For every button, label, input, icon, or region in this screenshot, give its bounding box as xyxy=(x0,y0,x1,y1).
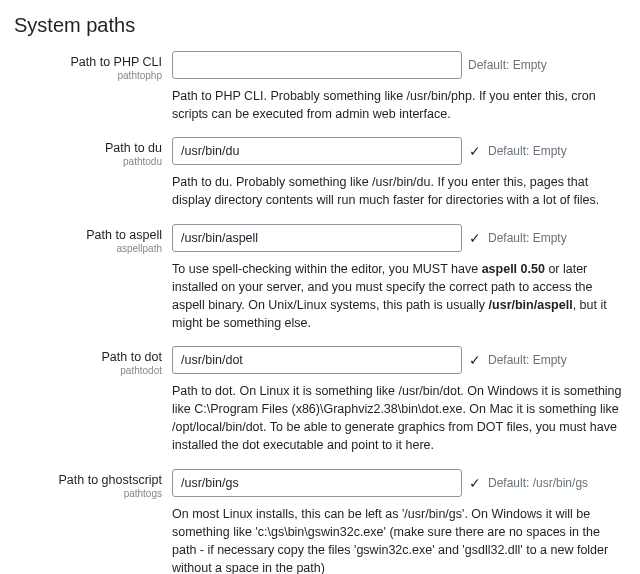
row-pathtophp: Path to PHP CLI pathtophp Default: Empty xyxy=(14,51,626,81)
label-col: Path to du pathtodu xyxy=(14,137,172,167)
row-pathtodu: Path to du pathtodu ✓ Default: Empty xyxy=(14,137,626,167)
desc-row: Path to dot. On Linux it is something li… xyxy=(14,382,626,455)
label-aspellpath: Path to aspell xyxy=(14,228,162,242)
field-col: ✓ Default: Empty xyxy=(172,346,626,374)
input-pathtodot[interactable] xyxy=(172,346,462,374)
field-line: ✓ Default: /usr/bin/gs xyxy=(172,469,626,497)
desc-pathtodot: Path to dot. On Linux it is something li… xyxy=(172,382,626,455)
field-line: ✓ Default: Empty xyxy=(172,346,626,374)
default-pathtogs: Default: /usr/bin/gs xyxy=(488,476,588,490)
key-pathtogs: pathtogs xyxy=(14,488,162,499)
key-pathtodot: pathtodot xyxy=(14,365,162,376)
desc-pathtogs: On most Linux installs, this can be left… xyxy=(172,505,626,575)
label-col: Path to PHP CLI pathtophp xyxy=(14,51,172,81)
field-col: ✓ Default: Empty xyxy=(172,137,626,165)
desc-row: Path to du. Probably something like /usr… xyxy=(14,173,626,209)
row-pathtodot: Path to dot pathtodot ✓ Default: Empty xyxy=(14,346,626,376)
label-col: Path to aspell aspellpath xyxy=(14,224,172,254)
field-line: ✓ Default: Empty xyxy=(172,224,626,252)
key-pathtodu: pathtodu xyxy=(14,156,162,167)
desc-row: To use spell-checking within the editor,… xyxy=(14,260,626,333)
input-pathtogs[interactable] xyxy=(172,469,462,497)
input-pathtodu[interactable] xyxy=(172,137,462,165)
label-col: Path to dot pathtodot xyxy=(14,346,172,376)
label-pathtodu: Path to du xyxy=(14,141,162,155)
input-pathtophp[interactable] xyxy=(172,51,462,79)
section-title: System paths xyxy=(14,14,626,37)
desc-row: On most Linux installs, this can be left… xyxy=(14,505,626,575)
system-paths-panel: System paths Path to PHP CLI pathtophp D… xyxy=(0,0,640,574)
check-icon: ✓ xyxy=(468,230,482,246)
key-aspellpath: aspellpath xyxy=(14,243,162,254)
default-pathtodu: Default: Empty xyxy=(488,144,567,158)
field-col: ✓ Default: /usr/bin/gs xyxy=(172,469,626,497)
label-pathtophp: Path to PHP CLI xyxy=(14,55,162,69)
input-aspellpath[interactable] xyxy=(172,224,462,252)
default-aspellpath: Default: Empty xyxy=(488,231,567,245)
default-pathtophp: Default: Empty xyxy=(468,58,547,72)
field-col: ✓ Default: Empty xyxy=(172,224,626,252)
desc-pathtodu: Path to du. Probably something like /usr… xyxy=(172,173,626,209)
row-aspellpath: Path to aspell aspellpath ✓ Default: Emp… xyxy=(14,224,626,254)
check-icon: ✓ xyxy=(468,352,482,368)
field-line: Default: Empty xyxy=(172,51,626,79)
desc-pathtophp: Path to PHP CLI. Probably something like… xyxy=(172,87,626,123)
key-pathtophp: pathtophp xyxy=(14,70,162,81)
check-icon: ✓ xyxy=(468,475,482,491)
row-pathtogs: Path to ghostscript pathtogs ✓ Default: … xyxy=(14,469,626,499)
desc-aspellpath: To use spell-checking within the editor,… xyxy=(172,260,626,333)
label-pathtodot: Path to dot xyxy=(14,350,162,364)
field-line: ✓ Default: Empty xyxy=(172,137,626,165)
check-icon: ✓ xyxy=(468,143,482,159)
field-col: Default: Empty xyxy=(172,51,626,79)
label-col: Path to ghostscript pathtogs xyxy=(14,469,172,499)
label-pathtogs: Path to ghostscript xyxy=(14,473,162,487)
default-pathtodot: Default: Empty xyxy=(488,353,567,367)
desc-row: Path to PHP CLI. Probably something like… xyxy=(14,87,626,123)
